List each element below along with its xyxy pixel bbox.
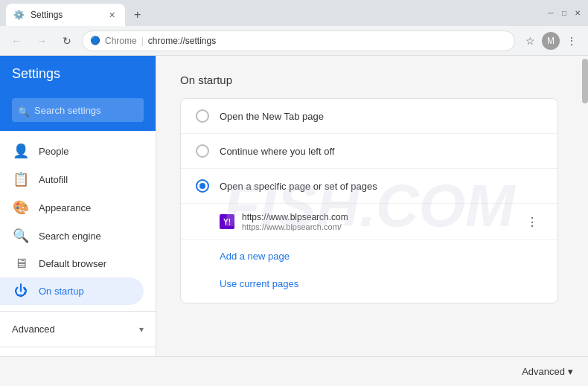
address-bar[interactable]: 🔵 Chrome | chrome://settings bbox=[82, 30, 515, 51]
sidebar-item-on-startup[interactable]: ⏻ On startup bbox=[0, 277, 144, 305]
sidebar-label-advanced: Advanced bbox=[12, 324, 55, 335]
url-text: https://www.blpsearch.com https://www.bl… bbox=[242, 212, 514, 231]
window-controls: ─ □ ✕ bbox=[546, 9, 582, 18]
add-page-button[interactable]: Add a new page bbox=[220, 248, 290, 265]
bottom-advanced-button[interactable]: Advanced ▾ bbox=[522, 366, 573, 377]
sidebar-nav: 👤 People 📋 Autofill 🎨 Appearance 🔍 Searc… bbox=[0, 131, 156, 356]
toolbar-actions: ☆ M ⋮ bbox=[520, 30, 582, 51]
sidebar-item-default-browser[interactable]: 🖥 Default browser bbox=[0, 250, 144, 277]
sidebar-label-autofill: Autofill bbox=[39, 174, 68, 185]
tab-close-button[interactable]: ✕ bbox=[106, 9, 118, 21]
settings-tab[interactable]: ⚙️ Settings ✕ bbox=[6, 4, 125, 26]
tab-title: Settings bbox=[31, 10, 100, 20]
advanced-arrow-icon: ▾ bbox=[139, 324, 144, 335]
title-bar: ⚙️ Settings ✕ + ─ □ ✕ bbox=[0, 0, 588, 26]
refresh-button[interactable]: ↻ bbox=[57, 30, 77, 51]
sidebar-label-appearance: Appearance bbox=[39, 202, 91, 213]
radio-label-specific: Open a specific page or set of pages bbox=[220, 181, 377, 192]
default-browser-icon: 🖥 bbox=[12, 256, 30, 271]
settings-page: Settings 🔍 👤 People 📋 Autofill 🎨 Appea bbox=[0, 56, 588, 356]
bottom-advanced-arrow-icon: ▾ bbox=[568, 366, 573, 377]
sidebar-item-appearance[interactable]: 🎨 Appearance bbox=[0, 193, 144, 222]
radio-option-new-tab[interactable]: Open the New Tab page bbox=[181, 99, 557, 134]
secure-icon: 🔵 bbox=[90, 36, 100, 45]
chrome-label: Chrome bbox=[105, 36, 137, 46]
search-engine-icon: 🔍 bbox=[12, 228, 30, 244]
radio-option-specific[interactable]: Open a specific page or set of pages bbox=[181, 169, 557, 204]
close-button[interactable]: ✕ bbox=[573, 9, 582, 18]
browser-toolbar: ← → ↻ 🔵 Chrome | chrome://settings ☆ M ⋮ bbox=[0, 26, 588, 56]
minimize-button[interactable]: ─ bbox=[546, 9, 555, 18]
forward-button[interactable]: → bbox=[31, 30, 52, 51]
sidebar-label-on-startup: On startup bbox=[39, 286, 84, 297]
sidebar-header: Settings bbox=[0, 56, 156, 92]
sidebar-label-default-browser: Default browser bbox=[39, 258, 106, 269]
sidebar-label-people: People bbox=[39, 146, 68, 157]
url-line2: https://www.blpsearch.com/ bbox=[242, 222, 514, 231]
radio-label-new-tab: Open the New Tab page bbox=[220, 111, 324, 122]
url-line1: https://www.blpsearch.com bbox=[242, 212, 514, 222]
radio-circle-specific bbox=[196, 179, 209, 193]
scrollbar-track[interactable] bbox=[582, 56, 588, 356]
sidebar-item-autofill[interactable]: 📋 Autofill bbox=[0, 165, 144, 193]
startup-url-row: Y! https://www.blpsearch.com https://www… bbox=[181, 204, 557, 240]
use-current-button[interactable]: Use current pages bbox=[220, 275, 298, 292]
nav-divider bbox=[0, 311, 156, 312]
scrollbar-thumb[interactable] bbox=[582, 59, 588, 103]
profile-avatar[interactable]: M bbox=[542, 32, 560, 50]
use-current-action: Use current pages bbox=[181, 272, 557, 303]
radio-circle-new-tab bbox=[196, 109, 209, 123]
on-startup-icon: ⏻ bbox=[12, 283, 30, 299]
autofill-icon: 📋 bbox=[12, 171, 30, 187]
search-wrapper: 🔍 bbox=[0, 92, 156, 131]
new-tab-button[interactable]: + bbox=[128, 4, 147, 26]
startup-options-card: Open the New Tab page Continue where you… bbox=[180, 98, 558, 303]
maximize-button[interactable]: □ bbox=[560, 9, 569, 18]
bottom-advanced-label: Advanced bbox=[522, 366, 565, 377]
tab-favicon: ⚙️ bbox=[13, 10, 25, 20]
sidebar: Settings 🔍 👤 People 📋 Autofill 🎨 Appea bbox=[0, 56, 156, 356]
radio-circle-continue bbox=[196, 144, 209, 158]
sidebar-item-search-engine[interactable]: 🔍 Search engine bbox=[0, 222, 144, 250]
bookmark-button[interactable]: ☆ bbox=[520, 30, 540, 51]
address-text: chrome://settings bbox=[148, 36, 216, 46]
menu-button[interactable]: ⋮ bbox=[561, 30, 582, 51]
radio-option-continue[interactable]: Continue where you left off bbox=[181, 134, 557, 169]
sidebar-item-people[interactable]: 👤 People bbox=[0, 137, 144, 165]
sidebar-item-advanced[interactable]: Advanced ▾ bbox=[0, 318, 156, 341]
radio-label-continue: Continue where you left off bbox=[220, 146, 334, 157]
advanced-left: Advanced bbox=[12, 324, 55, 335]
url-menu-button[interactable]: ⋮ bbox=[522, 211, 543, 232]
add-page-action: Add a new page bbox=[181, 240, 557, 272]
appearance-icon: 🎨 bbox=[12, 199, 30, 216]
main-content: FISH.COM On startup Open the New Tab pag… bbox=[156, 56, 582, 356]
section-title: On startup bbox=[180, 74, 558, 86]
url-favicon: Y! bbox=[220, 214, 234, 229]
separator: | bbox=[141, 36, 144, 46]
people-icon: 👤 bbox=[12, 143, 30, 159]
back-button[interactable]: ← bbox=[6, 30, 27, 51]
bottom-bar: Advanced ▾ bbox=[0, 356, 588, 386]
sidebar-label-search-engine: Search engine bbox=[39, 231, 101, 242]
search-input[interactable] bbox=[12, 98, 144, 122]
nav-divider-2 bbox=[0, 347, 156, 347]
